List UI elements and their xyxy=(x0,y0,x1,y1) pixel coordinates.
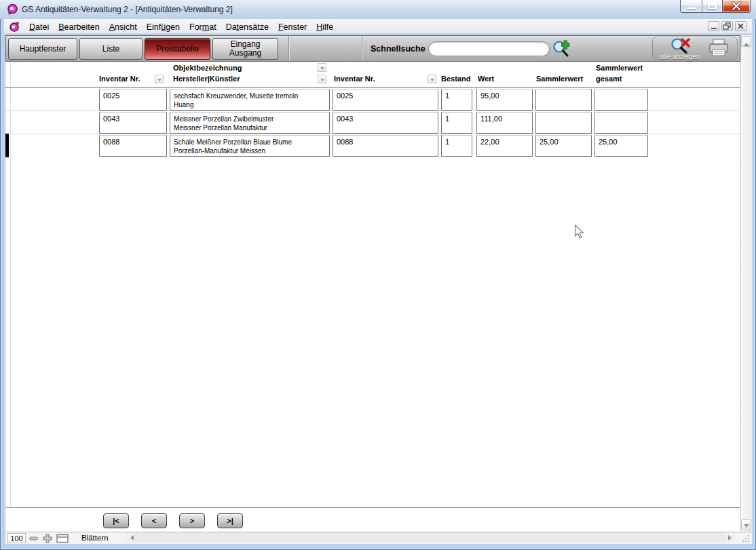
horizontal-scrollbar[interactable] xyxy=(125,532,725,543)
objekt-line1: Meissner Porzellan Zwibelmuster xyxy=(174,115,328,123)
minimize-button[interactable] xyxy=(680,0,702,13)
mdi-restore-button[interactable] xyxy=(721,21,733,31)
mdi-close-icon xyxy=(736,22,746,31)
nav-last-button[interactable]: >| xyxy=(217,513,243,528)
objekt-line2: Porzellan-Manufaktur Meissen xyxy=(174,146,328,155)
mode-selector[interactable]: Blättern xyxy=(81,534,109,542)
nav-last-label: >| xyxy=(227,517,233,525)
resize-grip[interactable] xyxy=(741,534,751,543)
cell-bestand[interactable]: 1 xyxy=(441,89,472,111)
nav-prev-button[interactable]: < xyxy=(141,513,167,528)
header-sammlerwert: Sammlerwert xyxy=(536,75,583,83)
menu-bearbeiten[interactable]: Bearbeiten xyxy=(54,20,104,34)
hauptfenster-label: Hauptfenster xyxy=(20,45,67,54)
filter-dropdown-button[interactable] xyxy=(428,75,436,83)
header-bestand: Bestand xyxy=(441,75,470,83)
objekt-line2: Meissner Porzellan Manufaktur xyxy=(174,123,328,132)
scroll-up-button[interactable] xyxy=(741,36,751,47)
scroll-left-button[interactable] xyxy=(125,533,134,543)
window-title: GS Antiquitäten-Verwaltung 2 - [Antiquit… xyxy=(22,5,233,14)
application-window: GS Antiquitäten-Verwaltung 2 - [Antiquit… xyxy=(0,0,756,550)
header-sammlerwert-gesamt-1: Sammlerwert xyxy=(596,64,643,72)
layout-mode-icon[interactable] xyxy=(56,534,69,543)
zoom-out-icon[interactable] xyxy=(29,534,39,543)
cell-bestand[interactable]: 1 xyxy=(441,135,472,157)
print-icon[interactable] xyxy=(708,38,730,58)
header-wert: Wert xyxy=(478,75,494,83)
cell-inventar-nr[interactable]: 0025 xyxy=(99,89,167,111)
nav-first-label: |< xyxy=(113,517,119,525)
window-controls xyxy=(680,0,751,13)
header-hersteller-kuenstler: Hersteller|Künstler xyxy=(173,75,240,83)
cell-wert[interactable]: 111,00 xyxy=(476,112,533,134)
cell-objektbezeichnung[interactable]: sechsfach Kreuzwender, Musette tremolo H… xyxy=(170,89,330,111)
mdi-minimize-button[interactable] xyxy=(708,21,719,31)
cell-inventar-nr-2[interactable]: 0025 xyxy=(333,89,438,111)
eingang-ausgang-label: EingangAusgang xyxy=(229,40,261,58)
nav-first-button[interactable]: |< xyxy=(103,513,129,528)
objekt-line1: sechsfach Kreuzwender, Musette tremolo xyxy=(174,92,328,100)
show-all-icon[interactable] xyxy=(669,37,694,54)
scroll-down-button[interactable] xyxy=(741,519,751,530)
nav-next-label: > xyxy=(190,517,194,525)
current-record-marker xyxy=(5,134,9,157)
cell-sammlerwert[interactable] xyxy=(535,89,592,111)
mdi-close-button[interactable] xyxy=(735,21,746,31)
menu-hilfe[interactable]: Hilfe xyxy=(311,20,338,34)
menu-datei[interactable]: Datei xyxy=(24,20,54,34)
chevron-down-icon xyxy=(320,67,324,72)
scroll-right-button[interactable] xyxy=(725,533,734,543)
app-icon xyxy=(7,3,18,15)
nav-prev-label: < xyxy=(152,517,156,525)
cell-inventar-nr-2[interactable]: 0043 xyxy=(333,112,438,134)
hauptfenster-button[interactable]: Hauptfenster xyxy=(8,38,77,60)
chevron-down-icon xyxy=(320,79,324,83)
cell-sammlerwert[interactable] xyxy=(535,112,592,134)
mdi-window-controls xyxy=(708,21,746,31)
menu-items: Datei Bearbeiten Ansicht Einfügen Format… xyxy=(24,20,338,34)
zoom-level[interactable]: 100 xyxy=(7,533,26,543)
arrow-down-icon xyxy=(744,524,749,530)
table-row: 0043 Meissner Porzellan Zwibelmuster Mei… xyxy=(5,111,740,134)
filter-dropdown-button[interactable] xyxy=(155,75,164,83)
cell-wert[interactable]: 95,00 xyxy=(476,89,533,111)
cell-wert[interactable]: 22,00 xyxy=(476,135,533,157)
cursor-arrow-icon xyxy=(574,224,584,239)
liste-button[interactable]: Liste xyxy=(79,38,143,60)
cell-sammlerwert-gesamt[interactable]: 25,00 xyxy=(594,135,648,157)
vertical-scrollbar[interactable] xyxy=(740,35,752,532)
maximize-button[interactable] xyxy=(702,0,722,13)
menu-ansicht[interactable]: Ansicht xyxy=(105,20,142,34)
cell-inventar-nr[interactable]: 0088 xyxy=(99,135,167,157)
header-inventar-nr-2: Inventar Nr. xyxy=(334,75,375,83)
close-icon xyxy=(723,1,750,12)
cell-sammlerwert-gesamt[interactable] xyxy=(594,112,648,134)
cell-objektbezeichnung[interactable]: Meissner Porzellan Zwibelmuster Meissner… xyxy=(170,112,330,134)
cell-objektbezeichnung[interactable]: Schale Meißner Porzellan Blaue Blume Por… xyxy=(170,135,330,157)
cell-bestand[interactable]: 1 xyxy=(441,112,472,134)
show-all-label[interactable]: alle anzeigen xyxy=(654,53,706,60)
cell-sammlerwert[interactable]: 25,00 xyxy=(535,135,592,157)
chevron-down-icon xyxy=(157,79,162,83)
close-button[interactable] xyxy=(722,0,751,13)
search-label: Schnellsuche xyxy=(371,44,426,54)
filter-dropdown-button[interactable] xyxy=(318,63,326,72)
liste-label: Liste xyxy=(102,45,119,54)
filter-dropdown-button[interactable] xyxy=(318,75,326,83)
cell-inventar-nr[interactable]: 0043 xyxy=(99,112,167,134)
search-input[interactable] xyxy=(428,41,550,56)
menu-format[interactable]: Format xyxy=(185,20,221,34)
preistabelle-label: Preistabelle xyxy=(156,45,199,54)
nav-next-button[interactable]: > xyxy=(179,513,205,528)
cell-sammlerwert-gesamt[interactable] xyxy=(594,89,648,111)
menu-einfuegen[interactable]: Einfügen xyxy=(142,20,185,34)
preistabelle-button[interactable]: Preistabelle xyxy=(145,38,210,60)
search-add-icon[interactable] xyxy=(552,39,572,58)
menu-datensaetze[interactable]: Datensätze xyxy=(221,20,273,34)
menu-fenster[interactable]: Fenster xyxy=(273,20,311,34)
eingang-ausgang-button[interactable]: EingangAusgang xyxy=(212,38,278,60)
objekt-line1: Schale Meißner Porzellan Blaue Blume xyxy=(174,138,328,146)
cell-inventar-nr-2[interactable]: 0088 xyxy=(333,135,438,157)
zoom-in-icon[interactable] xyxy=(42,534,53,543)
arrow-right-icon xyxy=(728,535,734,541)
